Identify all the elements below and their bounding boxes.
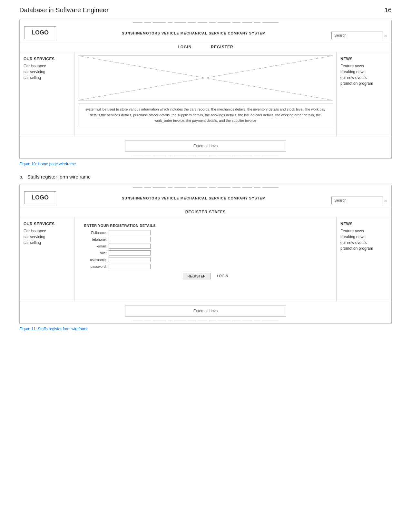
main-area: systemwill be used to store various info… bbox=[74, 52, 337, 136]
wireframe-header-f11: LOGO SUNSHINEMOTORS VEHICLE MECHANICAL S… bbox=[20, 188, 391, 207]
document-title: Database in Software Engineer bbox=[19, 6, 109, 14]
dashed-decoration-bottom bbox=[20, 156, 391, 158]
input-role[interactable] bbox=[109, 250, 151, 256]
registration-form: ENTER YOUR REGISTRATION DETAILS Fullname… bbox=[78, 220, 333, 283]
wireframe-header: LOGO SUNSHINEMOTORS VEHICLE MECHANICAL S… bbox=[20, 23, 391, 42]
register-form-area: ENTER YOUR REGISTRATION DETAILS Fullname… bbox=[74, 217, 337, 301]
nav-register[interactable]: REGISTER bbox=[211, 45, 233, 49]
external-links: External Links bbox=[125, 140, 286, 152]
search-icon: ⌕ bbox=[384, 33, 387, 38]
left-sidebar: OUR SERVICES Car issuance car servicing … bbox=[20, 52, 74, 136]
news-title-f11: NEWS bbox=[340, 222, 387, 226]
input-telephone[interactable] bbox=[109, 237, 151, 242]
label-email: email: bbox=[84, 244, 107, 248]
nav-login[interactable]: LOGIN bbox=[178, 45, 191, 49]
dashed-decoration-bottom-f11 bbox=[20, 321, 391, 323]
description-text: systemwill be used to store various info… bbox=[78, 103, 333, 127]
news-item-feature[interactable]: Feature news bbox=[340, 63, 387, 69]
register-button[interactable]: REGISTER bbox=[183, 273, 210, 279]
form-row-username: username: bbox=[84, 257, 327, 262]
right-sidebar: NEWS Feature news breaking news our new … bbox=[337, 52, 391, 136]
nav-register-staffs: REGISTER STAFFS bbox=[20, 207, 391, 217]
form-title: ENTER YOUR REGISTRATION DETAILS bbox=[84, 224, 327, 227]
news-item-breaking-f11[interactable]: breaking news bbox=[340, 234, 387, 240]
section-heading-text: Staffs register form wireframe bbox=[27, 174, 91, 179]
input-fullname[interactable] bbox=[109, 230, 151, 235]
label-fullname: Fullname: bbox=[84, 231, 107, 235]
form-buttons: REGISTER LOGIN bbox=[84, 273, 327, 279]
search-icon-f11: ⌕ bbox=[384, 198, 387, 203]
news-item-promotion[interactable]: promotion program bbox=[340, 81, 387, 86]
nav-bar: LOGIN REGISTER bbox=[20, 42, 391, 52]
form-row-role: role: bbox=[84, 250, 327, 256]
system-title-f11: SUNSHINEMOTORS VEHICLE MECHANICAL SERVIC… bbox=[56, 196, 331, 200]
page-number: 16 bbox=[385, 6, 392, 14]
sidebar-item-car-selling-f11[interactable]: car selling bbox=[24, 240, 70, 246]
news-title: NEWS bbox=[340, 57, 387, 61]
dashed-decoration-top bbox=[20, 20, 391, 23]
form-row-telephone: telphone: bbox=[84, 237, 327, 242]
logo-box-f11: LOGO bbox=[24, 191, 56, 204]
section-label: b. bbox=[19, 174, 24, 179]
sidebar-item-car-selling[interactable]: car selling bbox=[24, 75, 70, 81]
sidebar-item-car-servicing-f11[interactable]: car servicing bbox=[24, 234, 70, 240]
external-links-f11: External Links bbox=[125, 305, 286, 317]
label-username: username: bbox=[84, 258, 107, 262]
login-link[interactable]: LOGIN bbox=[217, 273, 228, 279]
news-item-feature-f11[interactable]: Feature news bbox=[340, 228, 387, 234]
search-area: Search ⌕ bbox=[331, 32, 387, 39]
section-b-heading: b. Staffs register form wireframe bbox=[19, 174, 392, 179]
form-row-password: password: bbox=[84, 264, 327, 269]
form-row-fullname: Fullname: bbox=[84, 230, 327, 235]
document-header: Database in Software Engineer 16 bbox=[19, 6, 392, 14]
figure10-caption: Figure 10: Home page wireframe bbox=[19, 162, 392, 166]
footer-f11: External Links bbox=[20, 301, 391, 321]
system-title: SUNSHINEMOTORS VEHICLE MECHANICAL SERVIC… bbox=[56, 31, 331, 35]
label-role: role: bbox=[84, 251, 107, 255]
sidebar-item-car-issuance[interactable]: Car issuance bbox=[24, 63, 70, 69]
news-item-breaking[interactable]: breaking news bbox=[340, 69, 387, 75]
left-sidebar-f11: OUR SERVICES Car issuance car servicing … bbox=[20, 217, 74, 301]
figure10-wireframe: LOGO SUNSHINEMOTORS VEHICLE MECHANICAL S… bbox=[19, 20, 392, 159]
label-telephone: telphone: bbox=[84, 237, 107, 241]
news-item-promotion-f11[interactable]: promotion program bbox=[340, 246, 387, 251]
input-password[interactable] bbox=[109, 264, 151, 269]
sidebar-item-car-servicing[interactable]: car servicing bbox=[24, 69, 70, 75]
input-email[interactable] bbox=[109, 244, 151, 249]
sidebar-title: OUR SERVICES bbox=[24, 57, 70, 61]
right-sidebar-f11: NEWS Feature news breaking news our new … bbox=[337, 217, 391, 301]
label-password: password: bbox=[84, 265, 107, 268]
sidebar-title-f11: OUR SERVICES bbox=[24, 222, 70, 226]
main-content: OUR SERVICES Car issuance car servicing … bbox=[20, 52, 391, 136]
nav-register-staffs-label[interactable]: REGISTER STAFFS bbox=[185, 210, 226, 214]
dashed-decoration-top-f11 bbox=[20, 185, 391, 188]
figure11-wireframe: LOGO SUNSHINEMOTORS VEHICLE MECHANICAL S… bbox=[19, 185, 392, 324]
form-row-email: email: bbox=[84, 244, 327, 249]
figure11-caption: Figure 11: Staffs register form wirefram… bbox=[19, 327, 392, 331]
sidebar-item-car-issuance-f11[interactable]: Car issuance bbox=[24, 228, 70, 234]
news-item-events[interactable]: our new events bbox=[340, 75, 387, 81]
search-area-f11: Search ⌕ bbox=[331, 197, 387, 204]
banner-image bbox=[78, 55, 333, 101]
input-username[interactable] bbox=[109, 257, 151, 262]
search-input-f11[interactable]: Search bbox=[331, 197, 383, 204]
search-input[interactable]: Search bbox=[331, 32, 383, 39]
footer: External Links bbox=[20, 136, 391, 156]
main-content-f11: OUR SERVICES Car issuance car servicing … bbox=[20, 217, 391, 301]
news-item-events-f11[interactable]: our new events bbox=[340, 240, 387, 246]
logo-box: LOGO bbox=[24, 26, 56, 39]
